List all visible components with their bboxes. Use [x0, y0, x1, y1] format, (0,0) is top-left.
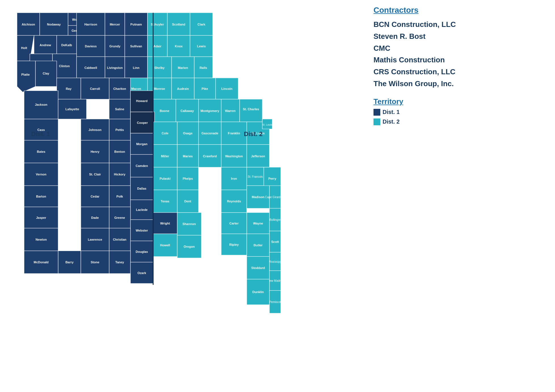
svg-text:Platte: Platte: [21, 73, 30, 76]
svg-text:Miller: Miller: [161, 154, 169, 158]
svg-text:DeKalb: DeKalb: [61, 43, 72, 47]
svg-text:Dent: Dent: [184, 200, 191, 203]
svg-text:Macon: Macon: [131, 87, 141, 90]
svg-text:Lawrence: Lawrence: [88, 238, 102, 241]
svg-text:Jasper: Jasper: [36, 216, 46, 219]
svg-text:Putnam: Putnam: [130, 23, 142, 26]
svg-text:Oregon: Oregon: [183, 245, 195, 248]
svg-text:Camden: Camden: [136, 164, 148, 168]
svg-text:Warren: Warren: [225, 109, 236, 113]
svg-text:Stoddard: Stoddard: [251, 266, 265, 270]
district1-legend-label: Dist. 1: [383, 109, 400, 115]
svg-text:Dallas: Dallas: [137, 187, 146, 190]
svg-text:Gasconade: Gasconade: [201, 132, 218, 135]
svg-text:Holt: Holt: [21, 46, 27, 50]
svg-text:Crawford: Crawford: [203, 154, 217, 158]
legend-panel: Contractors BCN Construction, LLC Steven…: [373, 6, 538, 128]
svg-text:St. Francois: St. Francois: [248, 175, 263, 178]
svg-text:Phelps: Phelps: [183, 177, 193, 180]
svg-text:Texas: Texas: [161, 200, 169, 203]
svg-text:Sullivan: Sullivan: [130, 45, 142, 48]
svg-text:Cole: Cole: [162, 132, 168, 135]
svg-text:Pulaski: Pulaski: [160, 177, 171, 180]
svg-text:Barry: Barry: [66, 260, 74, 264]
svg-text:Clinton: Clinton: [59, 64, 70, 68]
svg-text:Knox: Knox: [175, 45, 183, 48]
svg-text:Atchison: Atchison: [22, 23, 35, 26]
svg-text:Clay: Clay: [43, 72, 49, 75]
svg-text:Pike: Pike: [202, 87, 208, 90]
svg-text:Laclede: Laclede: [136, 208, 148, 211]
svg-text:Boone: Boone: [160, 109, 169, 113]
svg-text:Ray: Ray: [66, 87, 72, 90]
svg-text:Carter: Carter: [229, 222, 239, 225]
contractor-4: Mathis Construction: [373, 55, 538, 65]
svg-text:Bollinger: Bollinger: [270, 218, 281, 221]
svg-text:Lincoln: Lincoln: [221, 87, 232, 90]
district2-color-box: [373, 118, 380, 125]
svg-text:Lewis: Lewis: [197, 45, 206, 48]
district1-color-box: [373, 109, 380, 116]
svg-text:Wright: Wright: [160, 222, 170, 225]
svg-text:Adair: Adair: [153, 45, 162, 48]
svg-text:Ozark: Ozark: [138, 271, 146, 275]
svg-text:Osage: Osage: [183, 132, 193, 135]
svg-text:Clark: Clark: [197, 23, 205, 26]
svg-text:Monroe: Monroe: [154, 87, 165, 90]
svg-text:Saline: Saline: [115, 107, 124, 111]
svg-text:Madison: Madison: [252, 195, 265, 199]
svg-text:Dade: Dade: [91, 216, 99, 219]
svg-text:Iron: Iron: [231, 177, 237, 180]
svg-text:Harrison: Harrison: [84, 23, 97, 26]
svg-text:Maries: Maries: [183, 154, 193, 158]
svg-text:Montgomery: Montgomery: [201, 109, 220, 113]
svg-text:Daviess: Daviess: [85, 45, 97, 48]
svg-text:Stone: Stone: [91, 260, 100, 264]
svg-text:Franklin: Franklin: [228, 132, 240, 135]
svg-text:Barton: Barton: [36, 195, 46, 198]
svg-text:Cape Girardeau: Cape Girardeau: [265, 196, 281, 199]
svg-text:Christian: Christian: [113, 238, 126, 241]
svg-text:Greene: Greene: [114, 216, 125, 219]
svg-text:Morgan: Morgan: [136, 142, 147, 146]
svg-text:Nodaway: Nodaway: [47, 23, 61, 26]
map-container: Atchison Nodaway Worth Gentry Holt Andre…: [9, 3, 281, 385]
svg-text:Mercer: Mercer: [110, 23, 120, 26]
svg-text:Johnson: Johnson: [88, 128, 102, 132]
svg-text:Lafayette: Lafayette: [66, 107, 79, 111]
svg-text:Wayne: Wayne: [253, 222, 263, 225]
svg-text:Hickory: Hickory: [114, 173, 126, 176]
contractor-1: BCN Construction, LLC: [373, 20, 538, 29]
svg-text:Reynolds: Reynolds: [227, 200, 241, 203]
svg-text:Scotland: Scotland: [172, 23, 185, 26]
svg-text:Jefferson: Jefferson: [251, 154, 265, 158]
svg-text:Howell: Howell: [160, 243, 170, 247]
svg-text:Polk: Polk: [116, 195, 123, 198]
svg-text:Bates: Bates: [37, 150, 45, 153]
svg-text:Caldwell: Caldwell: [85, 66, 97, 69]
svg-text:Shelby: Shelby: [154, 66, 165, 69]
svg-text:Washington: Washington: [225, 154, 243, 158]
svg-text:Audrain: Audrain: [177, 87, 189, 90]
district-1-label: Dist. 1: [31, 130, 50, 138]
svg-text:Andrew: Andrew: [40, 43, 51, 47]
svg-text:Jackson: Jackson: [35, 103, 47, 106]
svg-text:Scott: Scott: [271, 240, 279, 243]
svg-text:Cedar: Cedar: [90, 195, 100, 198]
svg-text:Callaway: Callaway: [180, 109, 194, 113]
svg-text:Linn: Linn: [133, 66, 139, 69]
svg-text:Carroll: Carroll: [90, 87, 100, 90]
svg-text:St. Clair: St. Clair: [89, 173, 101, 176]
svg-text:Mississippi: Mississippi: [268, 260, 281, 263]
svg-text:Perry: Perry: [268, 177, 277, 180]
svg-text:Douglas: Douglas: [136, 250, 148, 253]
svg-text:Vernon: Vernon: [36, 173, 47, 176]
contractors-title: Contractors: [373, 6, 538, 15]
svg-text:Henry: Henry: [90, 150, 100, 153]
svg-text:Chariton: Chariton: [113, 87, 126, 90]
svg-text:Ripley: Ripley: [229, 243, 239, 246]
svg-text:McDonald: McDonald: [34, 260, 49, 264]
svg-text:Pettis: Pettis: [115, 128, 124, 132]
svg-text:Grundy: Grundy: [109, 45, 121, 48]
svg-text:Webster: Webster: [136, 229, 148, 232]
